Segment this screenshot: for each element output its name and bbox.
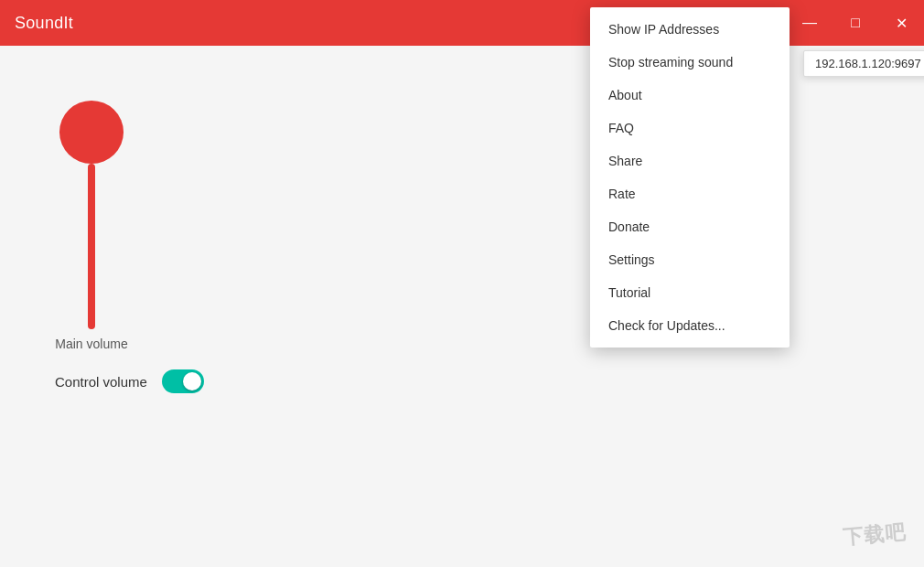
menu-item-share[interactable]: Share [590,144,790,177]
volume-line [88,164,95,329]
control-volume-label: Control volume [55,374,147,390]
menu-item-donate[interactable]: Donate [590,210,790,243]
menu-item-settings[interactable]: Settings [590,243,790,276]
app-title: SoundIt [15,14,73,33]
volume-knob[interactable] [55,101,128,329]
menu-item-show-ip[interactable]: Show IP Addresses [590,13,790,46]
volume-container: Main volume [55,101,128,351]
control-volume-row: Control volume [55,369,204,393]
minimize-button[interactable]: — [787,0,833,46]
menu-item-check-updates[interactable]: Check for Updates... [590,309,790,342]
control-volume-toggle[interactable] [162,369,204,393]
menu-item-tutorial[interactable]: Tutorial [590,276,790,309]
menu-item-stop-streaming[interactable]: Stop streaming sound [590,46,790,79]
watermark: 下载吧 [842,519,907,551]
toggle-thumb [183,372,201,390]
menu-item-faq[interactable]: FAQ [590,112,790,144]
close-button[interactable]: ✕ [878,0,924,46]
ip-address-badge: 192.168.1.120:9697 [803,50,924,77]
volume-label: Main volume [55,337,127,351]
maximize-button[interactable]: □ [833,0,878,46]
menu-item-about[interactable]: About [590,79,790,112]
window-controls: — □ ✕ [787,0,924,46]
menu-item-rate[interactable]: Rate [590,177,790,210]
volume-circle [59,101,124,164]
dropdown-menu: Show IP AddressesStop streaming soundAbo… [590,7,790,348]
